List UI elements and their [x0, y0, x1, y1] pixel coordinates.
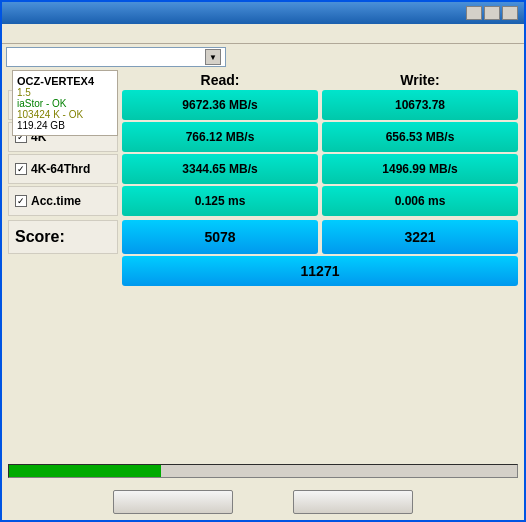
menu-view[interactable] — [42, 33, 50, 35]
row-checkbox[interactable]: ✓ — [15, 195, 27, 207]
write-header: Write: — [322, 72, 518, 88]
total-score-row: 11271 — [8, 256, 518, 286]
write-value: 0.006 ms — [322, 186, 518, 216]
iastor-status-overlay: iaStor - OK — [17, 98, 113, 109]
drive-version-overlay: 1.5 — [17, 87, 113, 98]
dropdown-arrow-icon[interactable]: ▼ — [205, 49, 221, 65]
score-read-value: 5078 — [122, 220, 318, 254]
score-row: Score: 5078 3221 — [8, 220, 518, 254]
drive-name-overlay: OCZ-VERTEX4 — [17, 75, 113, 87]
info-panel-overlay: OCZ-VERTEX4 1.5 iaStor - OK 103424 K - O… — [12, 70, 118, 136]
close-button[interactable] — [502, 6, 518, 20]
main-window: ▼ Read: Write: ✓ Seq 9672.36 MB/s 10673.… — [0, 0, 526, 522]
read-value: 9672.36 MB/s — [122, 90, 318, 120]
abort-button[interactable] — [293, 490, 413, 514]
toolbar: ▼ — [2, 44, 524, 70]
read-value: 0.125 ms — [122, 186, 318, 216]
table-row: ✓ Acc.time 0.125 ms 0.006 ms — [8, 186, 518, 216]
size-k-overlay: 103424 K - OK — [17, 109, 113, 120]
score-label: Score: — [15, 228, 65, 246]
score-label-area: Score: — [8, 220, 118, 254]
title-bar-buttons — [466, 6, 518, 20]
start-button[interactable] — [113, 490, 233, 514]
progress-bar-inner — [9, 465, 161, 477]
read-value: 3344.65 MB/s — [122, 154, 318, 184]
progress-bar-outer — [8, 464, 518, 478]
bottom-buttons — [2, 486, 524, 520]
maximize-button[interactable] — [484, 6, 500, 20]
menu-language[interactable] — [78, 33, 86, 35]
menu-file[interactable] — [6, 33, 14, 35]
minimize-button[interactable] — [466, 6, 482, 20]
write-value: 1496.99 MB/s — [322, 154, 518, 184]
row-checkbox[interactable]: ✓ — [15, 163, 27, 175]
menu-edit[interactable] — [24, 33, 32, 35]
score-write-value: 3221 — [322, 220, 518, 254]
progress-area — [2, 460, 524, 486]
row-label: Acc.time — [31, 194, 81, 208]
row-label-area: ✓ 4K-64Thrd — [8, 154, 118, 184]
table-row: ✓ 4K-64Thrd 3344.65 MB/s 1496.99 MB/s — [8, 154, 518, 184]
row-label: 4K-64Thrd — [31, 162, 90, 176]
size-gb-overlay: 119.24 GB — [17, 120, 113, 131]
score-total-value: 11271 — [122, 256, 518, 286]
menu-tools[interactable] — [60, 33, 68, 35]
title-bar — [2, 2, 524, 24]
read-value: 766.12 MB/s — [122, 122, 318, 152]
row-label-area: ✓ Acc.time — [8, 186, 118, 216]
write-value: 10673.78 — [322, 90, 518, 120]
drive-dropdown[interactable]: ▼ — [6, 47, 226, 67]
read-header: Read: — [122, 72, 318, 88]
menu-help[interactable] — [96, 33, 104, 35]
menu-bar — [2, 24, 524, 44]
write-value: 656.53 MB/s — [322, 122, 518, 152]
